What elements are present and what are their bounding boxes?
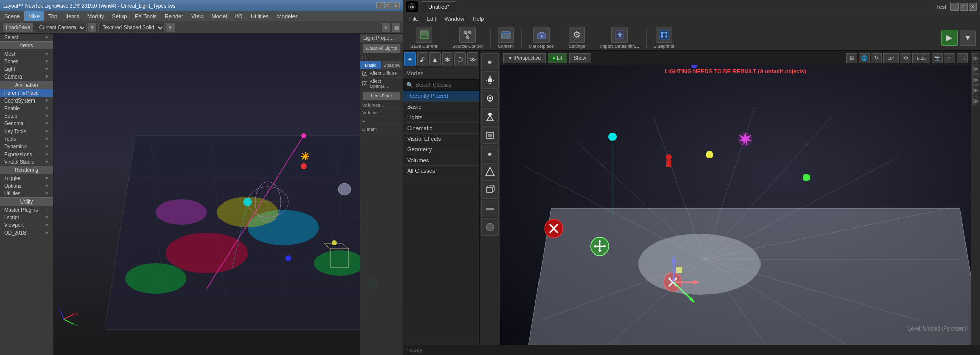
- ue-play-btn[interactable]: ▶: [941, 30, 958, 46]
- ue-foliage-mode-btn[interactable]: ❃: [442, 52, 454, 66]
- ue-cube-icon[interactable]: [481, 182, 499, 199]
- ue-landscape-mode-btn[interactable]: ▲: [429, 52, 441, 66]
- ue-category-lights[interactable]: Lights: [403, 112, 479, 123]
- ue-minimize-btn[interactable]: ─: [950, 3, 959, 11]
- ue-expand-mode-btn[interactable]: ≫: [467, 52, 479, 66]
- lw-camera-select[interactable]: Current Camera: [35, 23, 87, 32]
- lw-sidebar-virtualstudio[interactable]: Virtual Studio ▼: [0, 158, 53, 166]
- lw-sidebar-select[interactable]: Select ▼: [0, 34, 53, 41]
- lw-sidebar-lscript[interactable]: Lscript ▼: [0, 214, 53, 221]
- ue-spot-light-icon[interactable]: [481, 108, 499, 125]
- lw-sidebar-mesh[interactable]: Mesh ▼: [0, 50, 53, 58]
- lw-sidebar-keytools[interactable]: Key Tools ▼: [0, 128, 53, 135]
- lw-maximize-btn[interactable]: □: [384, 2, 391, 9]
- lw-settings-icon[interactable]: ⚙: [381, 23, 390, 32]
- ue-source-control-btn[interactable]: Source Control: [449, 26, 486, 50]
- lw-viewmode-icon[interactable]: ▼: [166, 23, 175, 32]
- lw-minimize-btn[interactable]: ─: [376, 2, 383, 9]
- ue-place-mode-btn[interactable]: ✦: [404, 52, 416, 66]
- lw-menu-modeler[interactable]: Modeler: [273, 11, 302, 21]
- ue-category-recently-placed[interactable]: Recently Placed: [403, 91, 479, 102]
- lw-sidebar-parent-in-place[interactable]: Parent in Place: [0, 89, 53, 97]
- lw-sidebar-tools[interactable]: Tools ▼: [0, 135, 53, 143]
- vp-maximize-btn[interactable]: ⛶: [957, 53, 968, 63]
- lw-sidebar-dynamics[interactable]: Dynamics ▼: [0, 143, 53, 150]
- lw-menu-render[interactable]: Render: [161, 11, 187, 21]
- ue-blueprints-btn[interactable]: Blueprints: [651, 26, 677, 50]
- ue-point-light-icon[interactable]: [481, 90, 499, 107]
- ue-category-volumes[interactable]: Volumes: [403, 155, 479, 166]
- ue-rect-light-icon[interactable]: [481, 126, 499, 144]
- lw-camera-icon[interactable]: ▼: [88, 23, 97, 32]
- lw-viewmode-select[interactable]: Textured Shaded Solid: [98, 23, 165, 32]
- vp-scale-snap-icon[interactable]: ⟲: [900, 53, 911, 63]
- lw-loadsave-btn[interactable]: Load/Save: [2, 23, 34, 32]
- lw-grid-icon[interactable]: ▦: [391, 23, 401, 32]
- lw-menu-scene[interactable]: Scene: [0, 11, 24, 21]
- lw-sidebar-bones[interactable]: Bones ▼: [0, 58, 53, 65]
- lp-tab-shadow[interactable]: Shadow: [382, 61, 403, 69]
- ue-category-all-classes[interactable]: All Classes: [403, 166, 479, 176]
- lw-sidebar-light[interactable]: Light ▼: [0, 65, 53, 73]
- ue-search-input[interactable]: [415, 82, 480, 88]
- vp-lit-btn[interactable]: ● Lit: [548, 53, 567, 63]
- vp-snap-num[interactable]: 10°: [883, 53, 899, 63]
- lw-menu-mike[interactable]: Mike: [24, 11, 44, 21]
- vp-perspective-btn[interactable]: ▼ Perspective: [503, 53, 546, 63]
- ue-cone-icon[interactable]: [481, 163, 499, 181]
- ue-menu-file[interactable]: File: [405, 13, 423, 24]
- ue-import-datasmith-btn[interactable]: Import Datasmith...: [597, 26, 642, 50]
- lw-sidebar-utilities[interactable]: Utilities ▼: [0, 190, 53, 197]
- lw-menu-top[interactable]: Top: [44, 11, 61, 21]
- lp-lens-flare-btn[interactable]: Lens Flare: [362, 91, 401, 100]
- lp-clear-all-lights-btn[interactable]: Clear All Lights: [362, 44, 401, 53]
- lw-menu-items[interactable]: Items: [61, 11, 83, 21]
- ue-menu-help[interactable]: Help: [469, 13, 488, 24]
- lp-tab-basic[interactable]: Basic: [360, 61, 382, 69]
- lp-affect-opengl-checkbox[interactable]: ✓: [362, 81, 368, 86]
- ue-rs-btn-4[interactable]: ≫: [972, 85, 979, 95]
- ue-settings2-icon[interactable]: ▼: [960, 30, 976, 46]
- ue-tab-untitled[interactable]: Untitled*: [422, 1, 456, 12]
- vp-world-icon[interactable]: 🌐: [859, 53, 870, 63]
- ue-directional-light-icon[interactable]: [481, 71, 499, 89]
- lw-sidebar-camera[interactable]: Camera ▼: [0, 73, 53, 81]
- lw-menu-utilities[interactable]: Utilities: [247, 11, 273, 21]
- lw-menu-modify[interactable]: Modify: [83, 11, 108, 21]
- ue-geometry-mode-btn[interactable]: ⬡: [454, 52, 466, 66]
- ue-settings-btn[interactable]: ⚙ Settings: [566, 26, 589, 50]
- ue-paint-mode-btn[interactable]: 🖌: [417, 52, 429, 66]
- lw-sidebar-options[interactable]: Options ▼: [0, 182, 53, 190]
- vp-show-btn[interactable]: Show: [569, 53, 591, 63]
- lw-menu-setup[interactable]: Setup: [108, 11, 131, 21]
- ue-viewport[interactable]: ▼ Perspective ● Lit Show ⊞ 🌐 ↻ 10° ⟲ 0.2…: [500, 51, 971, 345]
- lw-sidebar-toggles[interactable]: Toggles ▼: [0, 174, 53, 182]
- lw-sidebar-setup[interactable]: Setup ▼: [0, 112, 53, 120]
- lw-sidebar-masterplugins[interactable]: Master Plugins ○: [0, 206, 53, 214]
- lw-sidebar-viewport[interactable]: Viewport ▼: [0, 221, 53, 229]
- ue-dark-sphere-icon[interactable]: [481, 218, 499, 236]
- lw-sidebar-enable[interactable]: Enable ▼: [0, 105, 53, 112]
- ue-rs-btn-3[interactable]: ≫: [972, 74, 979, 85]
- ue-category-basic[interactable]: Basic: [403, 102, 479, 112]
- vp-camera-speed-icon[interactable]: 📷: [932, 53, 943, 63]
- ue-sphere-icon[interactable]: ●: [481, 53, 499, 70]
- ue-category-cinematic[interactable]: Cinematic: [403, 123, 479, 134]
- lp-affect-diffuse-checkbox[interactable]: ✓: [362, 71, 368, 76]
- ue-rs-btn-1[interactable]: ≫: [972, 53, 979, 63]
- lw-sidebar-coordsystem[interactable]: CoordSystem ▼: [0, 97, 53, 105]
- lw-sidebar-genoma[interactable]: Genoma ▼: [0, 120, 53, 128]
- ue-sphere2-icon[interactable]: ●: [481, 145, 499, 162]
- ue-close-btn[interactable]: ✕: [969, 3, 977, 11]
- ue-save-current-btn[interactable]: Save Current: [407, 26, 440, 50]
- lw-sidebar-od2018[interactable]: OD_2018 ▼: [0, 229, 53, 237]
- ue-content-btn[interactable]: Content: [495, 26, 517, 50]
- ue-category-geometry[interactable]: Geometry: [403, 144, 479, 155]
- ue-flat-icon[interactable]: [481, 200, 499, 217]
- lw-viewport[interactable]: X Y Z Light Prop: [54, 34, 403, 355]
- lw-menu-view[interactable]: View: [187, 11, 208, 21]
- lw-close-btn[interactable]: ✕: [393, 2, 400, 9]
- lw-sidebar-expressions[interactable]: Expressions ▼: [0, 150, 53, 158]
- lw-menu-model[interactable]: Model: [208, 11, 231, 21]
- ue-maximize-btn[interactable]: □: [960, 3, 968, 11]
